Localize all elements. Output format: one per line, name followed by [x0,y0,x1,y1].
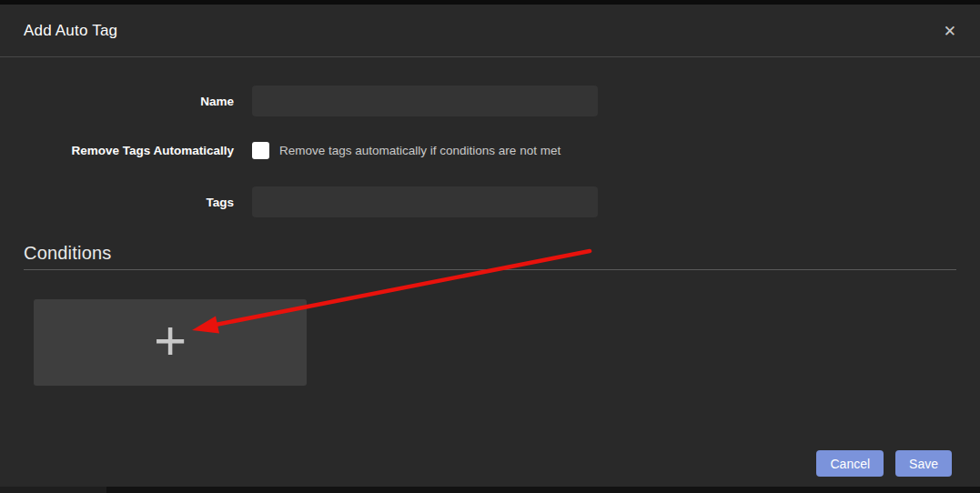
remove-tags-label: Remove Tags Automatically [24,144,252,157]
background-bottom-strip-left [0,487,106,493]
add-condition-button[interactable]: + [34,299,307,386]
save-button[interactable]: Save [895,450,952,477]
close-icon[interactable]: ✕ [940,19,960,42]
remove-tags-checkbox[interactable] [252,142,269,159]
tags-input[interactable] [252,186,598,217]
conditions-divider [24,269,956,270]
tags-field-row: Tags [24,186,956,217]
name-input[interactable] [252,86,598,116]
tags-label: Tags [24,196,252,209]
name-field-row: Name [24,86,956,116]
plus-icon: + [154,312,187,368]
dialog-header: Add Auto Tag ✕ [0,5,980,57]
cancel-button[interactable]: Cancel [816,450,884,477]
page: Add Auto Tag ✕ Name Remove Tags Automati… [0,0,980,493]
remove-tags-description: Remove tags automatically if conditions … [279,144,561,157]
dialog-body: Name Remove Tags Automatically Remove ta… [0,57,980,386]
dialog-footer: Cancel Save [816,450,952,477]
add-auto-tag-dialog: Add Auto Tag ✕ Name Remove Tags Automati… [0,5,980,487]
dialog-title: Add Auto Tag [24,22,117,40]
background-bottom-strip [0,487,980,493]
name-label: Name [24,95,252,108]
remove-tags-row: Remove Tags Automatically Remove tags au… [24,142,956,159]
conditions-heading: Conditions [24,243,956,264]
